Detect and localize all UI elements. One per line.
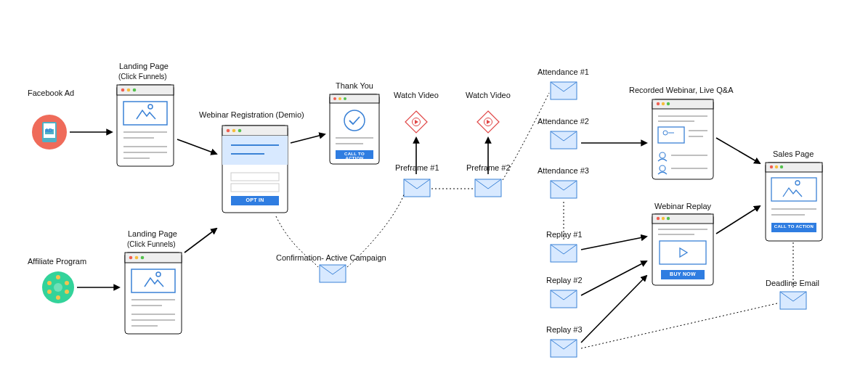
affiliate-icon (42, 271, 74, 303)
svg-point-7 (65, 281, 69, 285)
replay-2-envelope (551, 290, 577, 308)
svg-rect-24 (125, 253, 182, 334)
landing-page-bot-sub: (Click Funnels) (127, 240, 176, 248)
svg-point-26 (129, 256, 133, 260)
cta2-text: CALL TO ACTION (771, 224, 816, 229)
svg-point-5 (54, 283, 62, 292)
svg-point-9 (56, 295, 60, 300)
svg-rect-13 (117, 85, 174, 95)
svg-point-14 (121, 89, 125, 92)
funnel-diagram (0, 0, 868, 389)
svg-point-38 (227, 129, 230, 133)
landing-page-top-sub: (Click Funnels) (118, 73, 167, 81)
replay-1-envelope (551, 245, 577, 262)
watch-video-1-label: Watch Video (394, 91, 439, 99)
svg-rect-25 (125, 253, 182, 263)
deadline-envelope (780, 292, 806, 309)
svg-line-113 (581, 303, 777, 348)
watch-video-2 (477, 111, 499, 133)
svg-point-27 (135, 256, 139, 260)
watch-video-1 (405, 111, 427, 133)
affiliate-label: Affiliate Program (28, 257, 86, 266)
webinar-replay-label: Webinar Replay (654, 202, 711, 210)
replay-3-envelope (551, 340, 577, 357)
svg-point-28 (141, 256, 145, 260)
ad-text: AD (45, 128, 52, 133)
sales-page (766, 163, 822, 241)
confirmation-envelope (320, 265, 346, 282)
svg-line-107 (581, 261, 646, 295)
attendance-1-envelope (551, 82, 577, 99)
replay-2-label: Replay #2 (546, 276, 583, 284)
svg-line-109 (716, 138, 760, 163)
svg-line-102 (291, 134, 325, 143)
svg-point-8 (65, 290, 69, 294)
svg-point-84 (662, 217, 665, 220)
svg-point-92 (775, 165, 778, 168)
replay-1-label: Replay #1 (546, 230, 583, 239)
landing-page-bot-title: Landing Page (128, 229, 177, 238)
optin-text: OPT IN (231, 197, 279, 202)
svg-rect-90 (766, 163, 822, 172)
attendance-2-label: Attendance #2 (538, 117, 589, 126)
svg-line-99 (177, 139, 216, 154)
confirmation-label: Confirmation- Active Campaign (276, 253, 386, 262)
attendance-1-label: Attendance #1 (538, 67, 589, 76)
landing-page-top-title: Landing Page (119, 62, 169, 70)
attendance-3-envelope (551, 181, 577, 198)
svg-line-110 (716, 206, 760, 234)
svg-point-40 (238, 129, 242, 133)
svg-line-101 (184, 229, 216, 253)
svg-point-16 (133, 89, 137, 92)
recorded-label: Recorded Webinar, Live Q&A (629, 86, 733, 94)
svg-point-50 (344, 97, 346, 100)
svg-point-91 (770, 165, 773, 168)
preframe-2-envelope (475, 179, 501, 197)
preframe-2-label: Preframe #2 (466, 163, 511, 172)
attendance-2-envelope (551, 131, 577, 149)
attendance-3-label: Attendance #3 (538, 166, 589, 175)
svg-line-108 (581, 276, 646, 343)
thank-you-label: Thank You (336, 81, 373, 90)
cta-text: CALL TO ACTION (336, 152, 373, 160)
watch-video-2-label: Watch Video (466, 91, 511, 99)
svg-rect-12 (117, 85, 174, 166)
preframe-1-label: Preframe #1 (395, 163, 439, 172)
svg-rect-66 (652, 99, 713, 179)
svg-rect-37 (222, 126, 288, 136)
svg-rect-82 (652, 214, 713, 224)
svg-rect-47 (330, 94, 379, 103)
svg-line-106 (581, 237, 646, 250)
svg-point-15 (127, 89, 131, 92)
svg-point-49 (338, 97, 341, 100)
svg-point-6 (56, 275, 60, 279)
svg-point-69 (662, 102, 665, 105)
svg-rect-45 (231, 184, 279, 192)
recorded-webinar (652, 99, 713, 179)
svg-point-70 (667, 102, 670, 105)
svg-point-68 (657, 102, 660, 105)
buynow-text: BUY NOW (661, 271, 705, 277)
svg-point-83 (657, 217, 660, 220)
webinar-reg-label: Webinar Registration (Demio) (199, 110, 304, 119)
landing-page-top (117, 85, 174, 166)
svg-rect-41 (222, 136, 288, 165)
svg-rect-44 (231, 173, 279, 181)
replay-3-label: Replay #3 (546, 325, 583, 334)
svg-rect-67 (652, 99, 713, 109)
preframe-1-envelope (404, 179, 430, 197)
svg-point-10 (47, 290, 52, 294)
svg-point-85 (667, 217, 670, 220)
deadline-label: Deadline Email (766, 279, 819, 287)
svg-point-11 (47, 281, 52, 285)
facebook-ad-label: Facebook Ad (28, 89, 74, 97)
svg-point-93 (780, 165, 783, 168)
svg-point-39 (232, 129, 236, 133)
sales-page-label: Sales Page (773, 150, 814, 158)
landing-page-bottom (125, 253, 182, 334)
svg-point-48 (333, 97, 336, 100)
